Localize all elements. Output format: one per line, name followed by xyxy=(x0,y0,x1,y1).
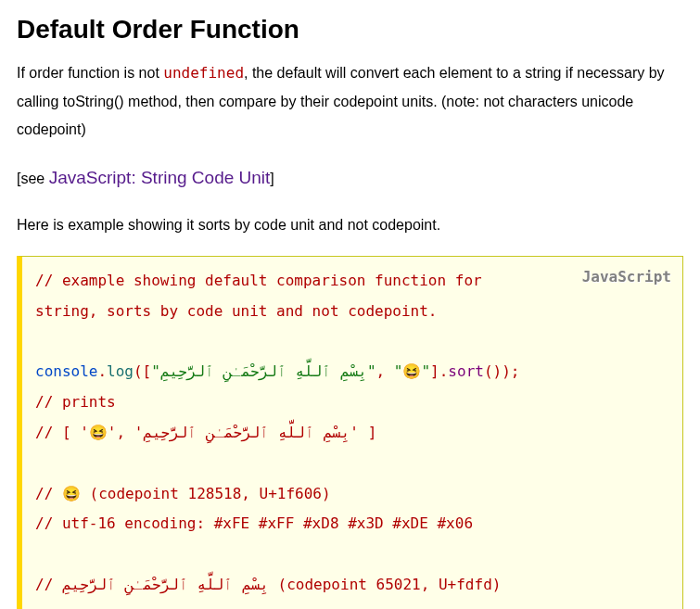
intro-paragraph: If order function is not undefined, the … xyxy=(17,59,683,144)
example-intro: Here is example showing it sorts by code… xyxy=(17,211,683,239)
code-token: ]. xyxy=(430,362,448,380)
code-token: ()); xyxy=(484,362,520,380)
inline-code-undefined: undefined xyxy=(163,64,244,82)
section-heading: Default Order Function xyxy=(17,13,683,46)
code-language-label: JavaScript xyxy=(582,262,671,293)
code-token: , xyxy=(376,362,394,380)
code-comment: // 😆 (codepoint 128518, U+1f606) xyxy=(35,485,331,502)
intro-text-1: If order function is not xyxy=(17,65,163,81)
see-prefix: [see xyxy=(17,171,49,186)
code-string-arabic: "بِسْمِ ٱللَّهِ ٱلرَّحْمَـٰنِ ٱلرَّحِيمِ… xyxy=(151,362,375,380)
code-comment: // example showing default comparison fu… xyxy=(35,272,482,289)
code-token: . xyxy=(97,362,107,380)
code-comment: // prints xyxy=(35,393,116,411)
code-comment: string, sorts by code unit and not codep… xyxy=(35,302,437,320)
code-token-sort: sort xyxy=(448,362,484,380)
see-link[interactable]: JavaScript: String Code Unit xyxy=(49,168,271,187)
code-comment: // بِسْمِ ٱللَّهِ ٱلرَّحْمَـٰنِ ٱلرَّحِي… xyxy=(35,576,501,593)
code-comment: // utf-16 encoding: #xFE #xFF #xD8 #x3D … xyxy=(35,514,473,532)
see-also: [see JavaScript: String Code Unit] xyxy=(17,161,683,195)
code-token-log: log xyxy=(107,362,134,380)
see-suffix: ] xyxy=(270,171,274,186)
code-comment: // [ '😆', 'بِسْمِ ٱللَّهِ ٱلرَّحْمَـٰنِ … xyxy=(35,424,376,441)
code-string-emoji: "😆" xyxy=(394,362,430,380)
code-token-console: console xyxy=(35,362,97,380)
code-token: ([ xyxy=(134,362,151,380)
code-block: JavaScript// example showing default com… xyxy=(17,256,683,609)
